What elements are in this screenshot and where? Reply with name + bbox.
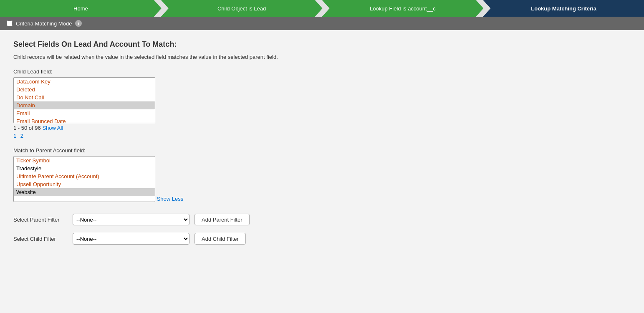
parent-field-label: Match to Parent Account field:: [13, 147, 631, 154]
parent-field-section: Match to Parent Account field: Ticker Sy…: [13, 147, 631, 202]
criteria-bar: Criteria Matching Mode i: [0, 17, 644, 30]
parent-field-listbox[interactable]: Ticker Symbol Tradestyle Ultimate Parent…: [13, 156, 155, 202]
add-parent-filter-button[interactable]: Add Parent Filter: [194, 214, 250, 225]
list-item[interactable]: Ultimate Parent Account (Account): [14, 172, 155, 180]
list-item[interactable]: Deleted: [14, 86, 155, 93]
show-less-link[interactable]: Show Less: [157, 196, 184, 202]
breadcrumb-nav: Home Child Object is Lead Lookup Field i…: [0, 0, 644, 17]
parent-filter-row: Select Parent Filter --None-- Add Parent…: [13, 214, 631, 225]
child-field-label: Child Lead field:: [13, 68, 631, 75]
parent-filter-label: Select Parent Filter: [13, 217, 68, 223]
add-child-filter-button[interactable]: Add Child Filter: [194, 233, 246, 245]
list-item[interactable]: Email: [14, 109, 155, 117]
pagination-info: 1 - 50 of 96 Show All: [13, 125, 631, 131]
page-1-link[interactable]: 1: [13, 133, 16, 139]
child-field-section: Child Lead field: Data.com Key Deleted D…: [13, 68, 631, 139]
child-filter-label: Select Child Filter: [13, 236, 68, 242]
breadcrumb-lookup-field[interactable]: Lookup Field is account__c: [322, 0, 484, 17]
criteria-mode-checkbox[interactable]: [7, 20, 13, 26]
child-filter-row: Select Child Filter --None-- Add Child F…: [13, 233, 631, 245]
page-links: 1 2: [13, 133, 631, 139]
list-item[interactable]: Ticker Symbol: [14, 156, 155, 164]
child-field-listbox[interactable]: Data.com Key Deleted Do Not Call Domain …: [13, 77, 155, 123]
list-item[interactable]: Data.com Key: [14, 78, 155, 86]
page-title: Select Fields On Lead And Account To Mat…: [13, 40, 631, 49]
parent-filter-select[interactable]: --None--: [73, 214, 189, 225]
child-filter-select[interactable]: --None--: [73, 233, 189, 245]
list-item[interactable]: Upsell Opportunity: [14, 180, 155, 188]
main-content: Select Fields On Lead And Account To Mat…: [0, 30, 644, 310]
list-item[interactable]: Domain: [14, 101, 155, 109]
breadcrumb-child-object[interactable]: Child Object is Lead: [161, 0, 323, 17]
list-item[interactable]: Email Bounced Date: [14, 117, 155, 123]
info-icon[interactable]: i: [75, 20, 82, 27]
page-subtitle: Child records will be related when the v…: [13, 54, 631, 60]
criteria-mode-label: Criteria Matching Mode: [16, 20, 72, 27]
page-2-link[interactable]: 2: [20, 133, 23, 139]
breadcrumb-lookup-matching[interactable]: Lookup Matching Criteria: [483, 0, 644, 17]
list-item[interactable]: Tradestyle: [14, 164, 155, 172]
list-item[interactable]: Website: [14, 188, 155, 196]
list-item[interactable]: Do Not Call: [14, 93, 155, 101]
show-all-link[interactable]: Show All: [42, 125, 63, 131]
breadcrumb-home[interactable]: Home: [0, 0, 162, 17]
